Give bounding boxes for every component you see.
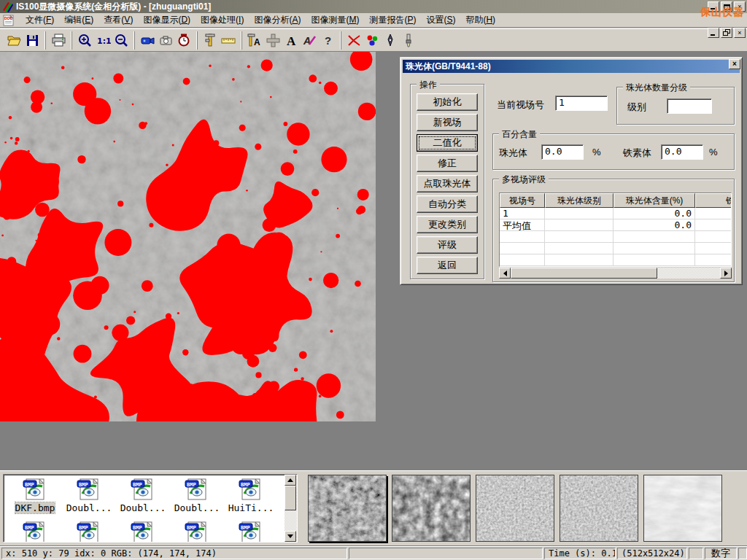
hscroll-track[interactable] — [511, 268, 720, 279]
grid-cross-button[interactable] — [264, 31, 282, 50]
op-button-6[interactable]: 更改类别 — [417, 216, 478, 233]
table-row-3[interactable] — [500, 243, 731, 254]
menu-item-0[interactable]: 文件(F) — [20, 12, 59, 28]
mdi-close-button[interactable]: × — [734, 28, 746, 38]
file-item-r2-0[interactable] — [8, 521, 62, 542]
dialog-title: 珠光体(GB/T9441-88) — [406, 61, 491, 73]
menu-item-9[interactable]: 帮助(H) — [460, 12, 500, 28]
video-camera-button[interactable] — [139, 31, 157, 50]
actual-size-button[interactable]: 1:1 — [94, 31, 112, 50]
table-cell — [500, 243, 545, 254]
grade-label: 级别 — [627, 101, 646, 114]
mdi-restore-button[interactable] — [721, 28, 732, 38]
table-row-4[interactable] — [500, 254, 731, 266]
table-row-2[interactable] — [500, 231, 731, 243]
grid-cross-icon — [266, 33, 281, 48]
thumbnail-5[interactable] — [643, 475, 722, 542]
menu-item-4[interactable]: 图像处理(I) — [196, 12, 249, 28]
menu-item-1[interactable]: 编辑(E) — [59, 12, 98, 28]
thumbnail-2[interactable] — [392, 475, 471, 542]
rating-group: 多视场评级 视场号珠光体级别珠光体含量(%)铁素体 10.0平均值0.0 — [492, 179, 735, 282]
menu-item-8[interactable]: 设置(S) — [421, 12, 460, 28]
menu-item-7[interactable]: 测量报告(P) — [364, 12, 421, 28]
vscroll-thumb[interactable] — [285, 486, 296, 510]
thumbnail-3[interactable] — [476, 475, 554, 542]
current-field-label: 当前视场号 — [497, 98, 544, 112]
table-col-1[interactable]: 珠光体级别 — [545, 193, 614, 208]
table-hscrollbar[interactable] — [499, 268, 732, 279]
letter-a-button[interactable]: A — [282, 31, 301, 50]
ruler-button[interactable] — [220, 31, 238, 50]
scroll-right-button[interactable] — [720, 268, 732, 279]
file-list[interactable]: DKF.bmpDoubl...Doubl...Doubl...HuiTi... — [3, 474, 298, 542]
clock-button[interactable] — [175, 31, 193, 50]
file-item-r1-4[interactable]: HuiTi... — [224, 478, 278, 513]
curve-cut-button[interactable] — [345, 31, 363, 50]
zoom-in-button[interactable] — [76, 31, 94, 50]
camera-icon — [158, 33, 174, 48]
open-button[interactable] — [5, 31, 23, 50]
op-button-1[interactable]: 新视场 — [417, 114, 478, 131]
op-button-7[interactable]: 评级 — [417, 236, 478, 254]
menu-item-2[interactable]: 查看(V) — [98, 12, 138, 28]
file-name: Doubl... — [120, 502, 166, 513]
op-button-8[interactable]: 返回 — [417, 257, 478, 274]
help-button[interactable]: ? — [319, 31, 337, 50]
table-row-0[interactable]: 10.0 — [500, 208, 731, 219]
table-row-1[interactable]: 平均值0.0 — [500, 219, 731, 231]
camera-button[interactable] — [157, 31, 175, 50]
menu-item-3[interactable]: 图像显示(D) — [138, 12, 196, 28]
table-col-0[interactable]: 视场号 — [500, 193, 545, 208]
file-item-r1-1[interactable]: Doubl... — [62, 478, 116, 513]
menu-item-6[interactable]: 图像测量(M) — [306, 12, 364, 28]
scroll-up-button[interactable] — [285, 475, 296, 486]
pearlite-input[interactable]: 0.0 — [541, 144, 584, 160]
scroll-left-button[interactable] — [499, 268, 511, 279]
hscroll-thumb[interactable] — [511, 268, 657, 279]
color-balls-icon — [365, 33, 380, 48]
op-button-0[interactable]: 初始化 — [417, 93, 478, 111]
grade-input[interactable] — [667, 98, 712, 114]
rating-table[interactable]: 视场号珠光体级别珠光体含量(%)铁素体 10.0平均值0.0 — [499, 192, 732, 267]
file-list-vscrollbar[interactable] — [285, 475, 297, 542]
close-button[interactable]: × — [734, 1, 746, 12]
file-item-r2-1[interactable] — [62, 521, 116, 542]
brush-button[interactable] — [400, 31, 418, 50]
file-item-r2-4[interactable] — [224, 521, 278, 542]
menu-item-5[interactable]: 图像分析(A) — [249, 12, 306, 28]
file-item-r2-2[interactable] — [116, 521, 170, 542]
table-col-2[interactable]: 珠光体含量(%) — [614, 193, 695, 208]
document-icon[interactable]: DOC — [3, 15, 16, 26]
maximize-button[interactable] — [721, 1, 732, 12]
caliper-text-button[interactable]: A — [246, 31, 264, 50]
thumbnail-1[interactable] — [308, 475, 387, 542]
metallographic-image[interactable] — [0, 52, 376, 421]
ruler-icon — [221, 33, 236, 48]
file-item-r1-2[interactable]: Doubl... — [116, 478, 170, 513]
dialog-close-button[interactable]: × — [729, 59, 740, 69]
color-balls-button[interactable] — [363, 31, 382, 50]
caliper-button[interactable] — [201, 31, 220, 50]
save-button[interactable] — [23, 31, 42, 50]
mdi-minimize-button[interactable] — [708, 28, 719, 38]
table-col-3[interactable]: 铁素体 — [695, 193, 732, 208]
bmp-file-icon — [239, 478, 263, 501]
print-button[interactable] — [50, 31, 68, 50]
file-item-r2-3[interactable] — [170, 521, 224, 542]
pen-button[interactable] — [382, 31, 400, 50]
op-button-2[interactable]: 二值化 — [417, 134, 478, 152]
minimize-button[interactable] — [708, 1, 719, 12]
file-item-r1-3[interactable]: Doubl... — [170, 478, 224, 513]
op-button-5[interactable]: 自动分类 — [417, 195, 478, 213]
letter-a-edit-button[interactable]: A — [301, 31, 319, 50]
op-button-4[interactable]: 点取珠光体 — [417, 175, 478, 192]
ferrite-input[interactable]: 0.0 — [661, 144, 703, 160]
current-field-input[interactable]: 1 — [555, 96, 608, 111]
scroll-down-button[interactable] — [285, 531, 296, 542]
bmp-file-icon — [131, 521, 155, 542]
thumbnail-4[interactable] — [560, 475, 638, 542]
dialog-title-bar[interactable]: 珠光体(GB/T9441-88) — [403, 60, 740, 73]
op-button-3[interactable]: 修正 — [417, 155, 478, 172]
file-item-r1-0[interactable]: DKF.bmp — [8, 478, 62, 513]
zoom-out-button[interactable] — [112, 31, 131, 50]
